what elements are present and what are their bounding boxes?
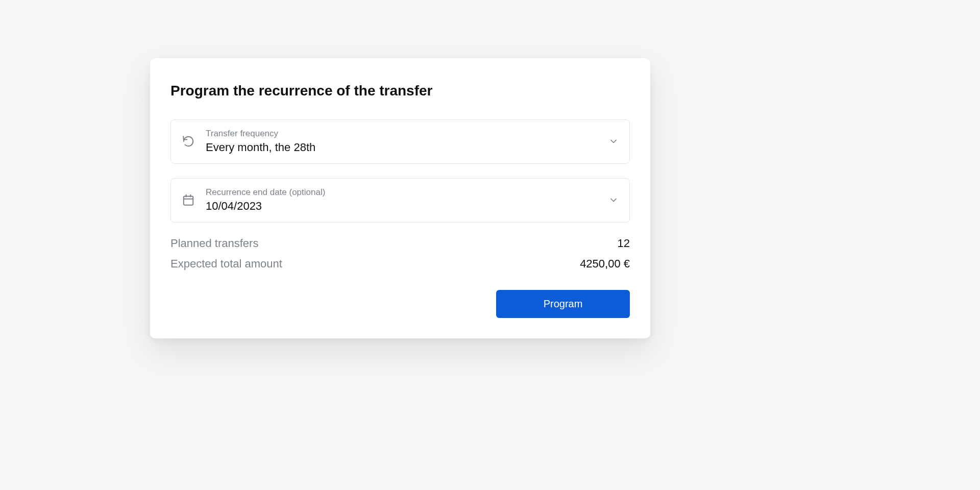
- end-date-label: Recurrence end date (optional): [206, 187, 598, 198]
- frequency-value: Every month, the 28th: [206, 140, 598, 155]
- summary: Planned transfers 12 Expected total amou…: [170, 237, 630, 271]
- frequency-label: Transfer frequency: [206, 128, 598, 139]
- end-date-value: 10/04/2023: [206, 199, 598, 214]
- expected-total-value: 4250,00 €: [580, 257, 630, 271]
- recurrence-card: Program the recurrence of the transfer T…: [150, 58, 650, 338]
- summary-row-total: Expected total amount 4250,00 €: [170, 257, 630, 271]
- planned-transfers-label: Planned transfers: [170, 237, 258, 250]
- actions: Program: [170, 290, 630, 318]
- summary-row-planned: Planned transfers 12: [170, 237, 630, 250]
- calendar-icon: [181, 193, 195, 207]
- frequency-select[interactable]: Transfer frequency Every month, the 28th: [170, 119, 630, 164]
- frequency-texts: Transfer frequency Every month, the 28th: [206, 128, 598, 155]
- chevron-down-icon: [608, 136, 619, 147]
- svg-rect-0: [184, 197, 193, 205]
- expected-total-label: Expected total amount: [170, 257, 282, 271]
- end-date-select[interactable]: Recurrence end date (optional) 10/04/202…: [170, 178, 630, 223]
- end-date-texts: Recurrence end date (optional) 10/04/202…: [206, 187, 598, 214]
- planned-transfers-value: 12: [618, 237, 630, 250]
- program-button[interactable]: Program: [496, 290, 630, 318]
- card-title: Program the recurrence of the transfer: [170, 83, 630, 99]
- chevron-down-icon: [608, 194, 619, 206]
- refresh-icon: [181, 134, 195, 149]
